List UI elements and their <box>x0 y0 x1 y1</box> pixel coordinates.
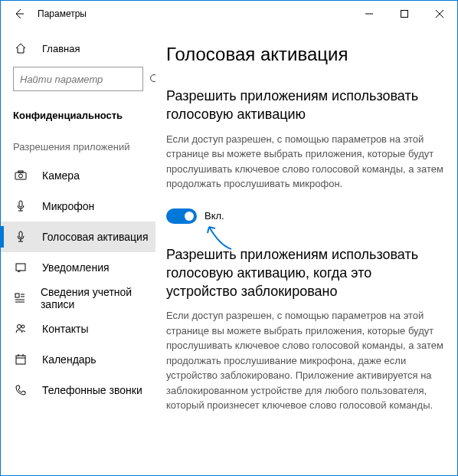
svg-rect-8 <box>15 294 19 297</box>
section2-desc: Если доступ разрешен, с помощью параметр… <box>166 308 443 413</box>
phone-icon <box>13 384 28 396</box>
sidebar-item-camera[interactable]: Камера <box>1 160 155 191</box>
voice-activation-toggle[interactable] <box>166 208 197 224</box>
svg-rect-5 <box>19 201 22 207</box>
back-button[interactable] <box>7 2 31 26</box>
sidebar-item-label: Уведомления <box>42 261 110 274</box>
svg-point-9 <box>18 325 21 329</box>
svg-point-10 <box>21 325 25 328</box>
section1-toggle-row: Вкл. <box>166 208 443 224</box>
sidebar-item-notifications[interactable]: Уведомления <box>1 252 155 283</box>
camera-icon <box>13 169 28 182</box>
sidebar-item-label: Телефонные звонки <box>42 384 142 396</box>
sidebar-item-voice-activation[interactable]: Голосовая активация <box>1 222 155 252</box>
sidebar-item-account-info[interactable]: Сведения учетной записи <box>1 283 155 314</box>
minimize-icon <box>365 10 373 18</box>
contacts-icon <box>13 323 28 335</box>
maximize-icon <box>401 10 408 18</box>
home-link[interactable]: Главная <box>1 34 155 62</box>
sidebar-item-label: Календарь <box>42 353 97 366</box>
search-input[interactable] <box>20 74 149 85</box>
sidebar-item-label: Сведения учетной записи <box>41 286 155 310</box>
notifications-icon <box>13 261 28 274</box>
home-icon <box>13 42 28 54</box>
sidebar-item-label: Микрофон <box>42 200 94 212</box>
svg-rect-11 <box>16 356 25 364</box>
sidebar-group-label: Разрешения приложений <box>1 135 155 160</box>
microphone-icon <box>13 231 28 243</box>
svg-rect-7 <box>16 264 25 271</box>
sidebar-item-calendar[interactable]: Календарь <box>1 344 155 375</box>
minimize-button[interactable] <box>352 2 387 26</box>
window-controls <box>352 2 457 26</box>
section1-desc: Если доступ разрешен, с помощью параметр… <box>166 132 443 192</box>
toggle-label: Вкл. <box>204 210 224 222</box>
sidebar-item-label: Камера <box>42 169 80 182</box>
toggle-knob <box>185 212 194 221</box>
sidebar-item-phone-calls[interactable]: Телефонные звонки <box>1 375 155 405</box>
maximize-button[interactable] <box>387 2 422 26</box>
titlebar: Параметры <box>1 1 457 27</box>
close-button[interactable] <box>422 2 457 26</box>
account-icon <box>13 292 27 304</box>
home-label: Главная <box>42 43 80 54</box>
sidebar-item-label: Контакты <box>42 323 88 335</box>
calendar-icon <box>13 353 28 366</box>
close-icon <box>436 10 443 18</box>
svg-rect-0 <box>401 11 408 18</box>
arrow-left-icon <box>13 8 25 20</box>
window-title: Параметры <box>38 8 352 19</box>
search-icon <box>149 74 155 84</box>
main-content: Голосовая активация Разрешить приложения… <box>155 27 457 475</box>
microphone-icon <box>13 200 28 212</box>
page-title: Голосовая активация <box>166 44 443 65</box>
search-box[interactable] <box>13 67 143 91</box>
section1-title: Разрешить приложениям использовать голос… <box>166 87 443 124</box>
sidebar-section-header: Конфиденциальность <box>1 105 155 135</box>
svg-rect-4 <box>18 171 23 172</box>
sidebar-item-microphone[interactable]: Микрофон <box>1 191 155 222</box>
svg-point-3 <box>19 174 23 178</box>
sidebar: Главная Конфиденциальность Разрешения пр… <box>1 27 155 475</box>
sidebar-item-contacts[interactable]: Контакты <box>1 314 155 344</box>
section2-title: Разрешить приложениям использовать голос… <box>166 245 443 301</box>
svg-rect-2 <box>15 172 26 179</box>
svg-rect-6 <box>19 231 22 238</box>
sidebar-item-label: Голосовая активация <box>42 231 149 243</box>
